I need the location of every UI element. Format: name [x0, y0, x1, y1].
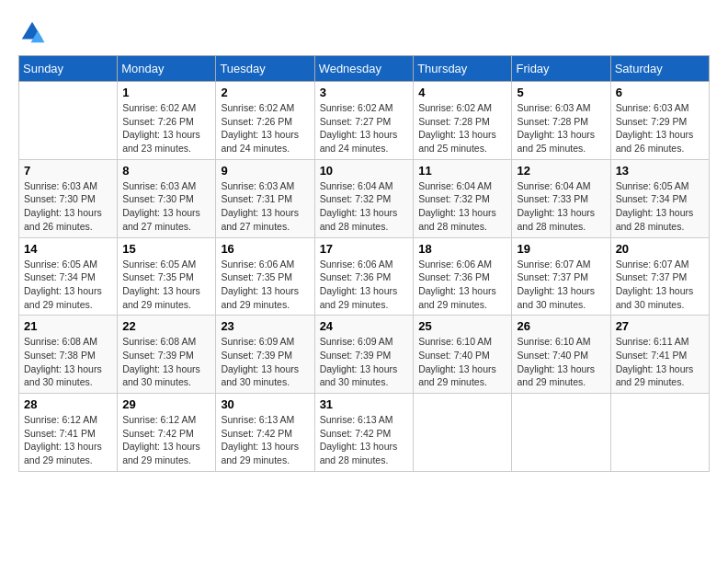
- calendar-cell: 8Sunrise: 6:03 AMSunset: 7:30 PMDaylight…: [118, 159, 216, 237]
- calendar-cell: 5Sunrise: 6:03 AMSunset: 7:28 PMDaylight…: [512, 82, 610, 160]
- day-info: Sunrise: 6:08 AMSunset: 7:39 PMDaylight:…: [122, 335, 210, 389]
- day-info: Sunrise: 6:05 AMSunset: 7:35 PMDaylight:…: [122, 258, 210, 312]
- day-number: 31: [320, 397, 409, 411]
- day-info: Sunrise: 6:04 AMSunset: 7:33 PMDaylight:…: [517, 179, 605, 234]
- calendar-cell: 6Sunrise: 6:03 AMSunset: 7:29 PMDaylight…: [610, 82, 709, 160]
- day-info: Sunrise: 6:03 AMSunset: 7:30 PMDaylight:…: [24, 179, 112, 234]
- calendar-cell: 14Sunrise: 6:05 AMSunset: 7:34 PMDayligh…: [19, 237, 118, 316]
- day-info: Sunrise: 6:10 AMSunset: 7:40 PMDaylight:…: [517, 335, 605, 389]
- weekday-header: Thursday: [414, 56, 512, 82]
- calendar-cell: 10Sunrise: 6:04 AMSunset: 7:32 PMDayligh…: [314, 159, 414, 237]
- weekday-header: Saturday: [610, 56, 709, 82]
- weekday-header: Sunday: [19, 56, 118, 82]
- day-info: Sunrise: 6:05 AMSunset: 7:34 PMDaylight:…: [616, 179, 704, 234]
- day-number: 2: [221, 86, 309, 99]
- day-number: 13: [616, 164, 704, 178]
- day-info: Sunrise: 6:13 AMSunset: 7:42 PMDaylight:…: [221, 413, 309, 467]
- day-number: 3: [320, 86, 409, 99]
- day-info: Sunrise: 6:12 AMSunset: 7:41 PMDaylight:…: [24, 413, 112, 467]
- day-info: Sunrise: 6:03 AMSunset: 7:28 PMDaylight:…: [517, 101, 605, 155]
- calendar-cell: 19Sunrise: 6:07 AMSunset: 7:37 PMDayligh…: [512, 237, 610, 316]
- day-number: 11: [418, 164, 506, 178]
- calendar-cell: 27Sunrise: 6:11 AMSunset: 7:41 PMDayligh…: [610, 316, 709, 394]
- day-number: 12: [517, 164, 605, 178]
- day-info: Sunrise: 6:13 AMSunset: 7:42 PMDaylight:…: [320, 413, 409, 467]
- weekday-header: Monday: [118, 56, 216, 82]
- calendar-cell: 28Sunrise: 6:12 AMSunset: 7:41 PMDayligh…: [19, 394, 118, 472]
- day-number: 10: [320, 164, 409, 178]
- day-info: Sunrise: 6:02 AMSunset: 7:27 PMDaylight:…: [320, 101, 409, 155]
- day-number: 29: [122, 397, 210, 411]
- calendar-cell: 12Sunrise: 6:04 AMSunset: 7:33 PMDayligh…: [512, 159, 610, 237]
- day-number: 26: [517, 319, 605, 333]
- day-number: 8: [122, 164, 210, 178]
- logo-icon: [18, 18, 46, 46]
- day-number: 6: [616, 86, 704, 99]
- day-number: 23: [221, 319, 309, 333]
- calendar-cell: 18Sunrise: 6:06 AMSunset: 7:36 PMDayligh…: [414, 237, 512, 316]
- calendar-cell: 7Sunrise: 6:03 AMSunset: 7:30 PMDaylight…: [19, 159, 118, 237]
- day-info: Sunrise: 6:07 AMSunset: 7:37 PMDaylight:…: [517, 258, 605, 312]
- day-number: 30: [221, 397, 309, 411]
- day-info: Sunrise: 6:08 AMSunset: 7:38 PMDaylight:…: [24, 335, 112, 389]
- calendar-cell: [19, 82, 118, 160]
- calendar-cell: 11Sunrise: 6:04 AMSunset: 7:32 PMDayligh…: [414, 159, 512, 237]
- calendar-cell: [414, 394, 512, 472]
- day-info: Sunrise: 6:06 AMSunset: 7:35 PMDaylight:…: [221, 258, 309, 312]
- day-number: 28: [24, 397, 112, 411]
- day-info: Sunrise: 6:02 AMSunset: 7:26 PMDaylight:…: [122, 101, 210, 155]
- day-number: 27: [616, 319, 704, 333]
- day-number: 14: [24, 242, 112, 256]
- calendar-cell: 20Sunrise: 6:07 AMSunset: 7:37 PMDayligh…: [610, 237, 709, 316]
- day-info: Sunrise: 6:02 AMSunset: 7:26 PMDaylight:…: [221, 101, 309, 155]
- calendar-cell: 22Sunrise: 6:08 AMSunset: 7:39 PMDayligh…: [118, 316, 216, 394]
- weekday-header: Wednesday: [314, 56, 414, 82]
- day-number: 20: [616, 242, 704, 256]
- calendar-cell: 4Sunrise: 6:02 AMSunset: 7:28 PMDaylight…: [414, 82, 512, 160]
- day-number: 5: [517, 86, 605, 99]
- weekday-header: Tuesday: [216, 56, 314, 82]
- calendar-cell: 2Sunrise: 6:02 AMSunset: 7:26 PMDaylight…: [216, 82, 314, 160]
- calendar-cell: [610, 394, 709, 472]
- calendar-cell: 29Sunrise: 6:12 AMSunset: 7:42 PMDayligh…: [118, 394, 216, 472]
- calendar-week-row: 7Sunrise: 6:03 AMSunset: 7:30 PMDaylight…: [19, 159, 710, 237]
- day-info: Sunrise: 6:07 AMSunset: 7:37 PMDaylight:…: [616, 258, 704, 312]
- calendar-cell: 16Sunrise: 6:06 AMSunset: 7:35 PMDayligh…: [216, 237, 314, 316]
- calendar-cell: 15Sunrise: 6:05 AMSunset: 7:35 PMDayligh…: [118, 237, 216, 316]
- page-header: [18, 18, 710, 46]
- day-number: 25: [418, 319, 506, 333]
- day-number: 1: [122, 86, 210, 99]
- calendar-week-row: 28Sunrise: 6:12 AMSunset: 7:41 PMDayligh…: [19, 394, 710, 472]
- day-info: Sunrise: 6:06 AMSunset: 7:36 PMDaylight:…: [418, 258, 506, 312]
- day-info: Sunrise: 6:03 AMSunset: 7:30 PMDaylight:…: [122, 179, 210, 234]
- calendar-table: SundayMondayTuesdayWednesdayThursdayFrid…: [18, 55, 710, 472]
- day-number: 9: [221, 164, 309, 178]
- calendar-cell: [512, 394, 610, 472]
- day-number: 17: [320, 242, 409, 256]
- day-number: 21: [24, 319, 112, 333]
- calendar-week-row: 14Sunrise: 6:05 AMSunset: 7:34 PMDayligh…: [19, 237, 710, 316]
- calendar-cell: 1Sunrise: 6:02 AMSunset: 7:26 PMDaylight…: [118, 82, 216, 160]
- calendar-cell: 21Sunrise: 6:08 AMSunset: 7:38 PMDayligh…: [19, 316, 118, 394]
- calendar-cell: 3Sunrise: 6:02 AMSunset: 7:27 PMDaylight…: [314, 82, 414, 160]
- day-number: 16: [221, 242, 309, 256]
- calendar-cell: 26Sunrise: 6:10 AMSunset: 7:40 PMDayligh…: [512, 316, 610, 394]
- day-info: Sunrise: 6:12 AMSunset: 7:42 PMDaylight:…: [122, 413, 210, 467]
- day-info: Sunrise: 6:06 AMSunset: 7:36 PMDaylight:…: [320, 258, 409, 312]
- day-info: Sunrise: 6:02 AMSunset: 7:28 PMDaylight:…: [418, 101, 506, 155]
- calendar-cell: 30Sunrise: 6:13 AMSunset: 7:42 PMDayligh…: [216, 394, 314, 472]
- day-number: 4: [418, 86, 506, 99]
- day-info: Sunrise: 6:03 AMSunset: 7:29 PMDaylight:…: [616, 101, 704, 155]
- day-info: Sunrise: 6:04 AMSunset: 7:32 PMDaylight:…: [418, 179, 506, 234]
- calendar-cell: 24Sunrise: 6:09 AMSunset: 7:39 PMDayligh…: [314, 316, 414, 394]
- day-info: Sunrise: 6:04 AMSunset: 7:32 PMDaylight:…: [320, 179, 409, 234]
- calendar-cell: 23Sunrise: 6:09 AMSunset: 7:39 PMDayligh…: [216, 316, 314, 394]
- weekday-header-row: SundayMondayTuesdayWednesdayThursdayFrid…: [19, 56, 710, 82]
- day-info: Sunrise: 6:09 AMSunset: 7:39 PMDaylight:…: [221, 335, 309, 389]
- calendar-cell: 17Sunrise: 6:06 AMSunset: 7:36 PMDayligh…: [314, 237, 414, 316]
- day-number: 22: [122, 319, 210, 333]
- day-info: Sunrise: 6:10 AMSunset: 7:40 PMDaylight:…: [418, 335, 506, 389]
- day-number: 7: [24, 164, 112, 178]
- day-number: 15: [122, 242, 210, 256]
- day-info: Sunrise: 6:03 AMSunset: 7:31 PMDaylight:…: [221, 179, 309, 234]
